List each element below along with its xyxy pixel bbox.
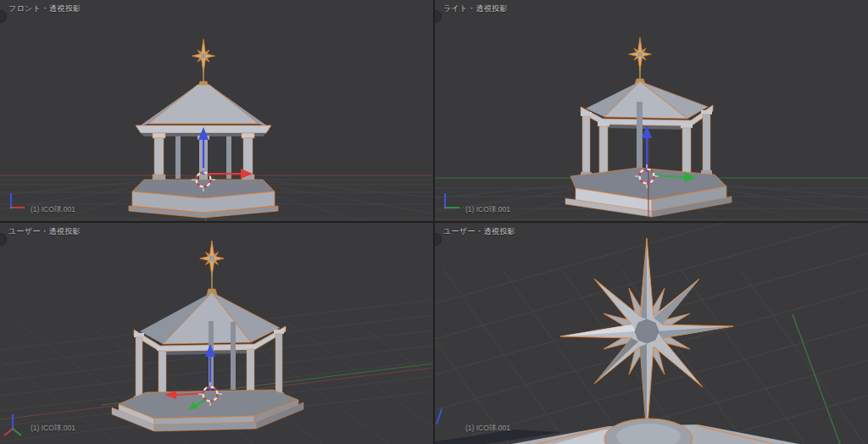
viewport-user-scene[interactable] — [0, 223, 433, 444]
star-finial[interactable] — [200, 241, 225, 276]
object-name-label: (1) ICO球.001 — [465, 205, 510, 215]
view-label: ライト・透視投影 — [443, 4, 508, 13]
object-name-label: (1) ICO球.001 — [31, 205, 75, 215]
viewport-front-scene[interactable] — [0, 0, 433, 221]
gazebo-dome[interactable] — [604, 419, 693, 444]
viewport-user[interactable]: ユーザー・透視投影 (1) ICO球.001 — [0, 223, 433, 444]
view-label: ユーザー・透視投影 — [443, 227, 515, 236]
gazebo-object[interactable] — [112, 241, 303, 431]
moravian-star-object[interactable] — [560, 238, 733, 436]
blender-quad-view: フロント・透視投影 (1) ICO球.001 — [0, 0, 868, 444]
star-finial[interactable] — [192, 39, 215, 73]
axis-gizmo-icon[interactable] — [437, 409, 442, 425]
object-name-label: (1) ICO球.001 — [465, 424, 510, 434]
viewport-right-scene[interactable] — [435, 0, 868, 221]
viewport-front[interactable]: フロント・透視投影 (1) ICO球.001 — [0, 0, 433, 221]
viewport-user-zoom[interactable]: ユーザー・透視投影 (1) ICO球.001 — [435, 223, 868, 444]
object-name-label: (1) ICO球.001 — [31, 424, 75, 434]
axis-gizmo-icon[interactable] — [444, 193, 460, 209]
view-label: フロント・透視投影 — [8, 4, 81, 13]
viewport-right[interactable]: ライト・透視投影 (1) ICO球.001 — [435, 0, 868, 221]
axis-gizmo-icon[interactable] — [10, 193, 25, 209]
viewport-user-zoom-scene[interactable] — [435, 223, 868, 444]
star-finial[interactable] — [629, 37, 652, 71]
view-label: ユーザー・透視投影 — [8, 227, 81, 236]
